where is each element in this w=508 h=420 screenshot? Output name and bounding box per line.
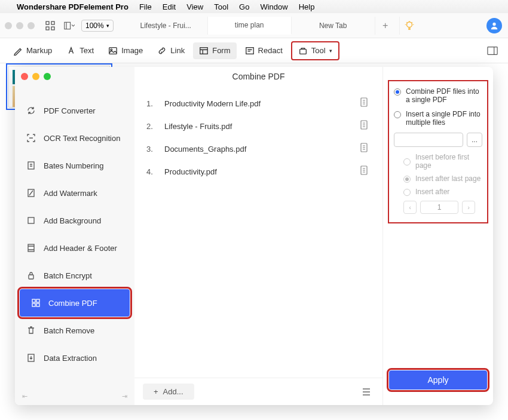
file-name: Lifestyle - Fruits.pdf [164,122,360,131]
options-highlight-box: Combine PDF files into a single PDF Inse… [388,80,488,223]
options-panel: Combine PDF files into a single PDF Inse… [382,67,493,405]
svg-rect-10 [246,47,253,54]
svg-rect-2 [46,27,49,30]
file-row[interactable]: 1. Productivity Modern Life.pdf [146,92,371,115]
menu-help[interactable]: Help [299,2,315,11]
lock-icon [26,270,36,281]
page-stepper-next[interactable]: › [462,201,475,214]
sidebar-item-pdf-converter[interactable]: PDF Converter [15,97,134,124]
option-insert-before[interactable]: Insert before first page [403,153,482,170]
file-row[interactable]: 2. Lifestyle - Fruits.pdf [146,115,371,137]
chevron-down-icon: ▾ [329,48,332,54]
window-controls[interactable] [5,22,35,29]
radio-icon [403,158,411,165]
svg-rect-1 [51,22,54,24]
plus-icon: + [154,387,158,396]
collapse-right-icon[interactable]: ⇥ [122,393,127,400]
menu-go[interactable]: Go [239,2,249,11]
user-avatar[interactable] [486,18,502,33]
link-label: Link [170,46,185,55]
thumbnails-view-icon[interactable] [43,19,57,32]
redact-label: Redact [258,46,283,55]
sidebar-item-watermark[interactable]: Add Watermark [15,179,134,207]
extract-icon [26,352,36,363]
sidebar-item-batch-remove[interactable]: Batch Remove [15,317,134,344]
dialog-main: Combine PDF 1. Productivity Modern Life.… [134,67,382,405]
tab-lifestyle[interactable]: Lifestyle - Frui... [124,17,208,35]
file-number: 3. [146,145,164,154]
sidebar-item-header-footer[interactable]: Add Header & Footer [15,234,134,262]
app-name[interactable]: Wondershare PDFelement Pro [17,2,128,11]
refresh-icon [26,105,36,116]
dialog-footer: +Add... [134,378,382,405]
trash-icon [26,325,36,336]
add-file-button[interactable]: +Add... [143,384,194,400]
menu-file[interactable]: File [139,2,152,11]
option-label: Insert before first page [415,153,482,170]
combine-icon [30,298,41,308]
file-row[interactable]: 3. Documents_Graphs.pdf [146,137,371,160]
collapse-left-icon[interactable]: ⇤ [22,393,27,400]
dialog-title: Combine PDF [134,67,382,90]
tips-icon[interactable] [399,17,420,35]
link-button[interactable]: Link [151,42,191,59]
option-insert-after[interactable]: Insert after [403,188,482,196]
combine-pdf-dialog: PDF Converter OCR Text Recognition Bates… [15,67,493,405]
text-button[interactable]: Text [60,42,100,59]
redact-button[interactable]: Redact [239,42,289,59]
apply-button[interactable]: Apply [389,370,487,390]
file-number: 4. [146,167,164,176]
page-range-icon[interactable] [360,97,371,109]
page-range-icon[interactable] [360,165,371,177]
menu-tool[interactable]: Tool [214,2,228,11]
page-range-icon[interactable] [360,143,371,155]
menu-edit[interactable]: Edit [163,2,176,11]
menu-view[interactable]: View [186,2,203,11]
markup-button[interactable]: Markup [7,42,58,59]
dialog-window-controls[interactable] [21,73,51,80]
sidebar-item-data-extraction[interactable]: Data Extraction [15,344,134,372]
tool-dropdown-button[interactable]: Tool▾ [291,41,339,60]
tab-new[interactable]: New Tab [292,17,375,35]
image-button[interactable]: Image [102,42,149,59]
sidebar-item-bates[interactable]: Bates Numbering [15,152,134,179]
radio-icon [394,111,401,118]
text-label: Text [79,46,94,55]
svg-rect-12 [488,47,497,54]
tab-time-plan[interactable]: time plan [208,17,292,35]
add-tab-button[interactable]: + [375,20,396,31]
tab-strip: Lifestyle - Frui... time plan New Tab + [124,17,503,35]
option-insert[interactable]: Insert a single PDF into multiple files [394,110,482,127]
sidebar-item-batch-encrypt[interactable]: Batch Encrypt [15,262,134,289]
sidebar-item-combine-pdf[interactable]: Combine PDF [20,289,130,317]
svg-rect-19 [36,299,39,302]
insert-file-input[interactable] [394,133,463,147]
layout-dropdown-icon[interactable] [62,19,76,32]
svg-rect-7 [109,47,117,54]
zoom-selector[interactable]: 100%▾ [81,20,114,32]
file-number: 2. [146,122,164,131]
sidebar-item-label: Add Watermark [44,189,97,198]
chevron-down-icon: ▾ [106,23,109,29]
page-range-icon[interactable] [360,120,371,132]
sidebar-item-label: Data Extraction [44,354,97,363]
sidebar-item-background[interactable]: Add Background [15,207,134,234]
tool-label: Tool [311,46,326,55]
page-number-input[interactable] [420,201,458,214]
side-panel-icon[interactable] [484,42,501,59]
option-insert-after-last[interactable]: Insert after last page [403,174,482,183]
option-label: Combine PDF files into a single PDF [406,87,482,104]
browse-button[interactable]: ... [467,133,482,147]
page-stepper-prev[interactable]: ‹ [403,201,417,214]
sidebar-item-label: OCR Text Recognition [44,134,120,143]
header-footer-icon [26,243,36,253]
svg-rect-21 [36,303,39,306]
file-row[interactable]: 4. Productivity.pdf [146,160,371,183]
option-label: Insert after [415,188,449,196]
menu-window[interactable]: Window [260,2,287,11]
form-button[interactable]: Form [193,42,236,59]
list-menu-icon[interactable] [359,384,374,400]
sidebar-item-ocr[interactable]: OCR Text Recognition [15,124,134,152]
option-combine[interactable]: Combine PDF files into a single PDF [394,87,482,104]
app-topbar: 100%▾ Lifestyle - Frui... time plan New … [0,13,508,38]
